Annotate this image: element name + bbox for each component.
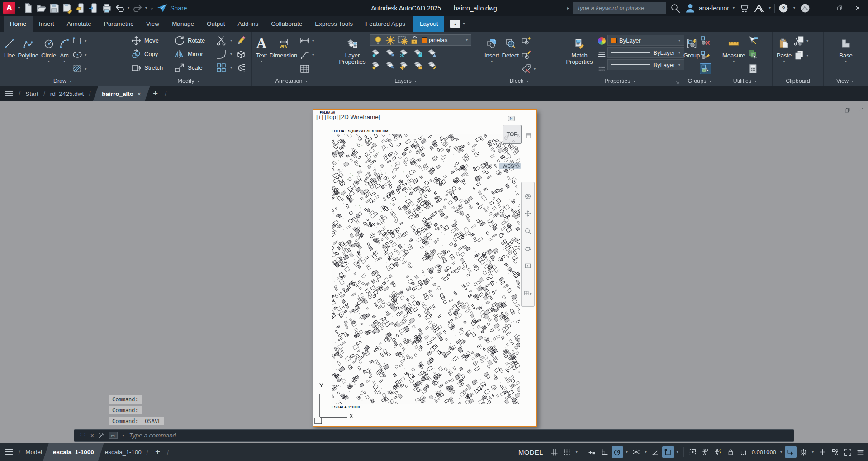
explode-button[interactable] [236,49,247,60]
doc-close-icon[interactable] [858,107,863,113]
help-caret-icon[interactable]: ▾ [792,6,796,10]
zoom-icon[interactable] [524,228,531,235]
layout-tab-model[interactable]: Model [25,449,42,456]
username-label[interactable]: ana-leonor [699,5,729,12]
detect-button[interactable]: Detect [501,34,521,76]
app-menu-caret-icon[interactable]: ▾ [17,6,21,10]
ungroup-button[interactable] [700,35,711,46]
line-button[interactable]: Line [3,34,17,76]
redo-icon[interactable] [131,2,143,14]
layer-dropdown[interactable]: janelas ▾ [370,34,471,46]
layer-unisolate-button[interactable] [385,60,395,70]
snap-icon[interactable] [561,446,573,458]
layer-off-button[interactable] [371,48,381,58]
dynamic-input-icon[interactable] [586,446,598,458]
layer-lock-button[interactable] [413,48,423,58]
array-button[interactable] [216,62,227,73]
panel-label-clipboard[interactable]: Clipboard [773,76,823,86]
viewcube-north-indicator[interactable]: N [508,116,515,121]
isolate-objects-icon[interactable] [829,446,841,458]
file-tab-bairro-alto[interactable]: bairro_alto × [93,86,150,101]
osnap-caret-icon[interactable]: ▾ [675,450,680,454]
gear-icon[interactable] [797,446,809,458]
properties-dialog-launcher-icon[interactable]: ↘ [676,80,679,85]
ellipse-button[interactable]: ▾ [72,49,87,60]
minimize-icon[interactable] [814,2,829,14]
new-drawing-tab-button[interactable]: + [151,89,160,99]
orbit-icon[interactable] [524,245,531,252]
navbar-expand-icon[interactable]: ▸ [530,291,532,295]
command-line-bar[interactable]: ⋮⋮ × ▭ ▾ Type a command [74,429,794,442]
doc-minimize-icon[interactable] [831,107,837,113]
annotation-add-icon[interactable] [816,446,828,458]
undo-icon[interactable] [114,2,126,14]
copy-clip-button[interactable]: ▾ [794,50,809,61]
customization-menu-icon[interactable] [854,446,866,458]
fullscreen-icon[interactable] [842,446,854,458]
paste-button[interactable]: Paste▾ [775,34,793,76]
layer-dropdown-caret-icon[interactable]: ▾ [465,38,469,42]
layer-isolate-button[interactable] [385,48,395,58]
ribbon-tab-expresstools[interactable]: Express Tools [308,16,359,32]
app-logo-icon[interactable]: A [3,2,15,14]
panel-label-layers[interactable]: Layers▾ [332,76,480,86]
dimension-button[interactable]: Dimension [268,34,299,76]
match-properties-button[interactable]: Match Properties [562,34,597,76]
copy-button[interactable]: Copy [131,48,172,60]
map-viewport[interactable] [332,134,520,404]
panel-label-properties[interactable]: Properties▾↘ [559,76,682,86]
circle-button[interactable]: Circle▾ [40,34,57,76]
object-snap-icon[interactable] [662,446,674,458]
ribbon-tab-collaborate[interactable]: Collaborate [265,16,308,32]
selection-cycling-icon[interactable] [785,446,797,458]
stretch-button[interactable]: Stretch [131,62,172,73]
rotate-button[interactable]: Rotate [174,35,214,46]
viewport-control-plus[interactable]: [+] [316,114,323,120]
viewport-control-visualstyle[interactable]: [2D Wireframe] [339,114,380,120]
panel-label-block[interactable]: Block▾ [480,76,559,86]
save-to-mobile-icon[interactable] [87,2,100,14]
measure-button[interactable]: Measure▾ [721,34,747,76]
scale-button[interactable]: Scale [174,62,214,73]
text-button[interactable]: AText▾ [255,34,268,76]
ribbon-tab-insert[interactable]: Insert [33,16,61,32]
object-snap-tracking-icon[interactable] [650,446,661,458]
annotation-scale-sync-icon[interactable] [712,446,724,458]
undo-caret-icon[interactable]: ▾ [127,6,130,10]
base-button[interactable]: Base▾ [838,34,854,76]
insert-button[interactable]: Insert▾ [483,34,501,76]
user-icon[interactable] [684,2,696,14]
ribbon-minimize-caret-icon[interactable]: ▾ [462,22,465,26]
doc-restore-icon[interactable] [844,107,850,113]
panel-label-annotation[interactable]: Annotation▾ [252,76,332,86]
qat-customize-icon[interactable]: ⌄ [149,5,155,11]
avatar[interactable] [799,2,811,14]
leader-button[interactable]: ▾ [299,49,315,60]
steering-wheel-icon[interactable] [524,193,531,200]
quick-select-button[interactable] [748,35,759,46]
file-tab-rd2425[interactable]: rd_2425.dwt [50,90,84,97]
quick-calculator-button[interactable] [748,63,759,74]
redo-caret-icon[interactable]: ▾ [144,6,148,10]
plot-icon[interactable] [100,2,113,14]
search-input[interactable] [573,2,666,14]
linetype-dropdown[interactable]: ByLayer ▾ [607,59,684,70]
panel-label-modify[interactable]: Modify▾ [126,76,251,86]
ribbon-tab-home[interactable]: Home [4,16,33,32]
open-from-mobile-icon[interactable] [74,2,86,14]
lineweight-list-button[interactable] [598,49,606,60]
showmotion-icon[interactable] [524,262,531,270]
lock-ui-icon[interactable] [725,446,737,458]
search-icon[interactable] [669,2,681,14]
table-button[interactable] [299,63,315,74]
polar-caret-icon[interactable]: ▾ [624,450,630,454]
layout-tab-menu-icon[interactable] [5,447,14,456]
isometric-caret-icon[interactable]: ▾ [643,450,649,454]
viewcube[interactable]: TOP [503,125,522,144]
layer-on-button[interactable] [371,60,381,70]
layer-walk-button[interactable] [427,48,437,58]
command-customize-icon[interactable] [98,432,104,439]
navbar-grid-icon[interactable] [524,290,529,296]
command-close-icon[interactable]: × [90,432,94,439]
save-as-icon[interactable] [61,2,73,14]
